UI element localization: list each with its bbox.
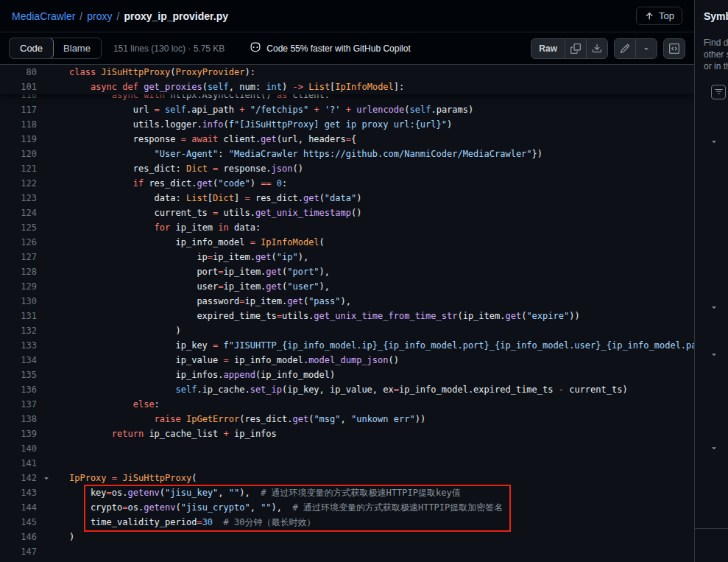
line-number[interactable]: 119 [0,132,37,147]
symbol-expand-toggle[interactable] [708,136,720,148]
line-number[interactable]: 146 [0,530,37,544]
code-area: 116 async with httpx.AsyncClient() as cl… [0,65,694,562]
line-number[interactable]: 130 [0,294,37,309]
line-number[interactable]: 120 [0,147,37,161]
line-number[interactable]: 147 [0,544,37,559]
arrow-up-icon [644,11,654,21]
code-text: IpProxy = JiSuHttpProxy( [56,471,694,485]
code-text: crypto=os.getenv("jisu_crypto", ""), # 通… [56,500,694,515]
line-number[interactable]: 140 [0,441,37,456]
line-number[interactable]: 134 [0,353,37,368]
line-number[interactable]: 124 [0,206,37,220]
line-number[interactable]: 137 [0,397,37,412]
line-number[interactable]: 123 [0,191,37,206]
code-line-126: 126 ip_info_model = IpInfoModel( [0,235,694,250]
code-text: response = await client.get(url, headers… [56,132,694,147]
line-number[interactable]: 125 [0,220,37,235]
gutter-spacer [37,147,56,161]
symbols-title: Symbols [704,10,728,22]
breadcrumb-folder-link[interactable]: proxy [87,10,112,22]
gutter-spacer [37,264,56,279]
gutter-spacer [37,338,56,353]
top-button-label: Top [659,10,674,21]
code-line-140: 140 [0,441,694,456]
copilot-banner: Code 55% faster with GitHub Copilot [250,41,410,55]
code-text: key=os.getenv("jisu_key", ""), # 通过环境变量的… [56,485,694,500]
gutter-spacer [37,102,56,117]
line-number[interactable]: 126 [0,235,37,250]
line-number[interactable]: 121 [0,161,37,176]
code-square-icon [669,43,679,54]
gutter-spacer [37,485,56,500]
code-line-144: 144 crypto=os.getenv("jisu_crypto", ""),… [0,500,694,515]
gutter-spacer [37,441,56,456]
gutter-spacer [37,530,56,544]
code-line-142: 142IpProxy = JiSuHttpProxy( [0,471,694,485]
code-line-121: 121 res_dict: Dict = response.json() [0,161,694,176]
line-number[interactable]: 101 [0,80,37,94]
line-number[interactable]: 128 [0,264,37,279]
download-button[interactable] [586,38,608,59]
gutter-spacer [37,382,56,397]
line-number[interactable]: 133 [0,338,37,353]
line-number[interactable]: 80 [0,65,37,80]
github-file-view: MediaCrawler / proxy / proxy_ip_provider… [0,0,728,562]
gutter-spacer [37,65,56,80]
line-number[interactable]: 117 [0,102,37,117]
gutter-spacer [37,368,56,382]
gutter-spacer [37,294,56,309]
gutter-spacer [37,206,56,220]
raw-button[interactable]: Raw [531,38,565,59]
code-line-122: 122 if res_dict.get("code") == 0: [0,176,694,191]
breadcrumb-repo-link[interactable]: MediaCrawler [12,10,75,22]
line-number[interactable]: 132 [0,323,37,338]
tab-code[interactable]: Code [9,38,54,59]
chevron-down-icon [710,350,718,361]
tab-blame[interactable]: Blame [53,38,101,58]
line-number[interactable]: 139 [0,426,37,441]
fold-toggle-icon[interactable] [37,471,56,485]
symbol-expand-toggle[interactable] [708,443,720,454]
edit-dropdown-button[interactable] [635,38,657,59]
line-number[interactable]: 122 [0,176,37,191]
gutter-spacer [37,426,56,441]
code-lines: 116 async with httpx.AsyncClient() as cl… [0,65,694,559]
code-text: res_dict: Dict = response.json() [56,161,694,176]
raw-actions-group: Raw [531,38,608,59]
line-number[interactable]: 142 [0,471,37,485]
code-line-123: 123 data: List[Dict] = res_dict.get("dat… [0,191,694,206]
code-line-133: 133 ip_key = f"JISUHTTP_{ip_info_model.i… [0,338,694,353]
edit-button[interactable] [614,38,636,59]
line-number[interactable]: 138 [0,412,37,426]
code-line-118: 118 utils.logger.info(f"[JiSuHttpProxy] … [0,117,694,132]
line-number[interactable]: 144 [0,500,37,515]
gutter-spacer [37,515,56,530]
symbols-filter-button[interactable] [711,85,726,99]
line-number[interactable]: 129 [0,279,37,294]
symbol-expand-toggle[interactable] [708,349,720,361]
code-line-119: 119 response = await client.get(url, hea… [0,132,694,147]
line-number[interactable]: 143 [0,485,37,500]
line-number[interactable]: 131 [0,309,37,323]
code-text: url = self.api_path + "/fetchips" + '?' … [56,102,694,117]
scroll-to-top-button[interactable]: Top [636,7,682,25]
main-column: MediaCrawler / proxy / proxy_ip_provider… [0,0,694,562]
code-text: ) [56,323,694,338]
symbols-panel: Symbols Find definitions and references … [694,0,728,562]
code-line-129: 129 user=ip_item.get("user"), [0,279,694,294]
copy-raw-button[interactable] [565,38,587,59]
code-text: ip=ip_item.get("ip"), [56,250,694,264]
gutter-spacer [37,412,56,426]
line-number[interactable]: 135 [0,368,37,382]
code-blame-switcher: Code Blame [9,38,102,59]
line-number[interactable]: 141 [0,456,37,471]
code-text: port=ip_item.get("port"), [56,264,694,279]
line-number[interactable]: 136 [0,382,37,397]
line-number[interactable]: 145 [0,515,37,530]
line-number[interactable]: 118 [0,117,37,132]
symbol-expand-toggle[interactable] [708,302,720,314]
line-number[interactable]: 127 [0,250,37,264]
code-line-132: 132 ) [0,323,694,338]
symbols-panel-toggle[interactable] [663,38,685,59]
gutter-spacer [37,323,56,338]
